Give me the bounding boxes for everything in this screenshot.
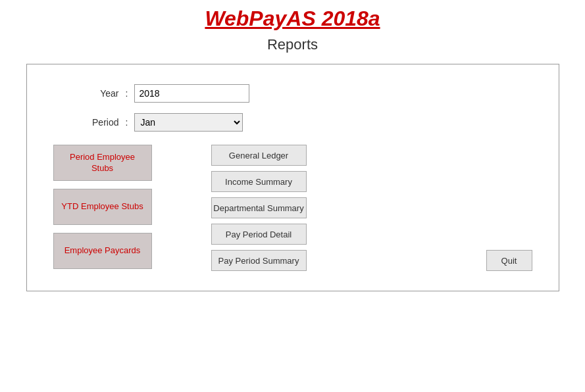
general-ledger-button[interactable]: General Ledger bbox=[211, 145, 307, 166]
year-input[interactable] bbox=[134, 84, 249, 103]
ytd-employee-stubs-button[interactable]: YTD Employee Stubs bbox=[53, 189, 152, 225]
pay-period-summary-button[interactable]: Pay Period Summary bbox=[211, 250, 307, 271]
page-wrapper: WebPayAS 2018a Reports Year : Period : J… bbox=[0, 0, 585, 392]
period-row: Period : Jan Feb Mar Apr May Jun Jul Aug… bbox=[53, 113, 532, 132]
year-colon: : bbox=[126, 88, 128, 99]
employee-paycards-button[interactable]: Employee Paycards bbox=[53, 233, 152, 269]
departmental-summary-button[interactable]: Departmental Summary bbox=[211, 197, 307, 218]
period-employee-stubs-button[interactable]: Period EmployeeStubs bbox=[53, 145, 152, 181]
buttons-area: Period EmployeeStubs YTD Employee Stubs … bbox=[53, 145, 532, 271]
period-select[interactable]: Jan Feb Mar Apr May Jun Jul Aug Sep Oct … bbox=[134, 113, 243, 132]
period-label: Period bbox=[53, 117, 119, 128]
quit-button-wrapper: Quit bbox=[486, 250, 532, 271]
left-buttons-group: Period EmployeeStubs YTD Employee Stubs … bbox=[53, 145, 152, 271]
period-colon: : bbox=[126, 117, 128, 128]
right-buttons-group: General Ledger Income Summary Department… bbox=[211, 145, 307, 271]
page-heading: Reports bbox=[267, 36, 318, 53]
income-summary-button[interactable]: Income Summary bbox=[211, 171, 307, 192]
quit-button[interactable]: Quit bbox=[486, 250, 532, 271]
app-title: WebPayAS 2018a bbox=[205, 7, 380, 31]
pay-period-detail-button[interactable]: Pay Period Detail bbox=[211, 224, 307, 245]
year-row: Year : bbox=[53, 84, 532, 103]
main-box: Year : Period : Jan Feb Mar Apr May Jun … bbox=[26, 64, 559, 291]
year-label: Year bbox=[53, 88, 119, 99]
